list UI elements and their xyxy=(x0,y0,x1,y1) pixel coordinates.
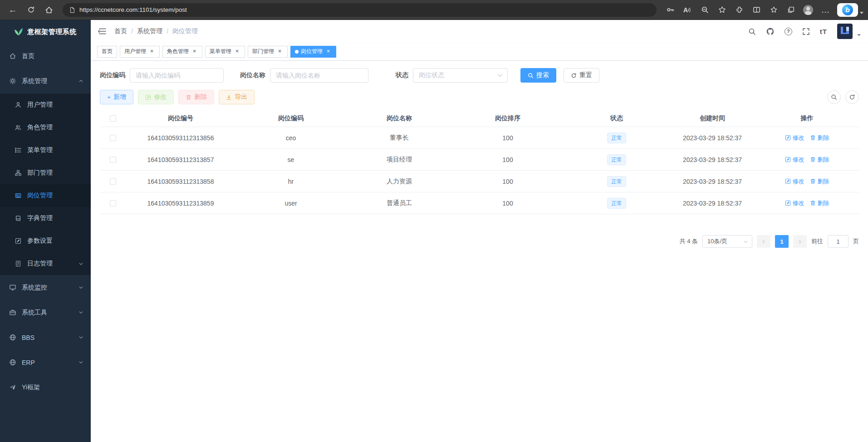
row-checkbox[interactable] xyxy=(110,135,116,141)
table-row: 1641030593112313856 ceo 董事长 100 正常 2023-… xyxy=(100,127,859,149)
favorites-bar-icon[interactable] xyxy=(765,2,782,18)
sidebar-item-bbs[interactable]: BBS xyxy=(0,325,91,350)
password-key-icon[interactable] xyxy=(662,2,678,18)
goto-page-input[interactable] xyxy=(828,235,848,248)
close-icon[interactable]: × xyxy=(191,48,198,55)
header-post-code: 岗位编码 xyxy=(235,114,347,123)
zoom-out-icon[interactable] xyxy=(696,2,713,18)
row-delete-link[interactable]: 删除 xyxy=(810,134,829,142)
extensions-icon[interactable] xyxy=(731,2,747,18)
row-edit-link[interactable]: 修改 xyxy=(785,177,804,186)
text-size-icon[interactable]: tT xyxy=(820,28,827,35)
favorite-add-icon[interactable] xyxy=(714,2,730,18)
row-checkbox[interactable] xyxy=(110,157,116,163)
close-icon[interactable]: × xyxy=(148,48,155,55)
delete-button[interactable]: 删除 xyxy=(178,90,214,104)
row-delete-link[interactable]: 删除 xyxy=(810,156,829,164)
page-size-select[interactable]: 10条/页 xyxy=(702,235,752,248)
sidebar-item-tools[interactable]: 系统工具 xyxy=(0,300,91,325)
row-delete-link[interactable]: 删除 xyxy=(810,177,829,186)
split-screen-icon[interactable] xyxy=(748,2,765,18)
close-icon[interactable]: × xyxy=(234,48,240,55)
chevron-down-icon xyxy=(78,261,83,266)
row-edit-link[interactable]: 修改 xyxy=(785,156,804,164)
sidebar-collapse-icon[interactable] xyxy=(98,27,107,36)
prev-page-button[interactable]: ‹ xyxy=(757,235,770,248)
sidebar-item-posts[interactable]: 岗位管理 xyxy=(0,184,91,207)
leaf-logo-icon xyxy=(14,27,23,36)
trash-icon xyxy=(186,94,191,100)
status-select[interactable]: 岗位状态 xyxy=(413,68,508,83)
row-edit-link[interactable]: 修改 xyxy=(785,199,804,207)
refresh-table-icon[interactable] xyxy=(845,90,859,104)
chevron-down-icon xyxy=(78,310,83,315)
read-aloud-icon[interactable]: A xyxy=(679,2,696,18)
header-status: 状态 xyxy=(564,114,670,123)
row-edit-link[interactable]: 修改 xyxy=(785,134,804,142)
sidebar-item-system[interactable]: 系统管理 xyxy=(0,69,91,93)
reset-button[interactable]: 重置 xyxy=(564,68,599,83)
table-row: 1641030593112313859 user 普通员工 100 正常 202… xyxy=(100,192,859,214)
browser-menu-icon[interactable]: … xyxy=(817,2,834,18)
sidebar-item-erp[interactable]: ERP xyxy=(0,350,91,375)
sidebar-item-logs[interactable]: 日志管理 xyxy=(0,252,91,275)
copilot-dropdown-caret[interactable] xyxy=(860,12,863,14)
header-post-sort: 岗位排序 xyxy=(452,114,564,123)
cell-post-name: 董事长 xyxy=(347,134,452,142)
sidebar-item-home[interactable]: 首页 xyxy=(0,44,91,69)
tab-role-management[interactable]: 角色管理 × xyxy=(162,46,202,58)
profile-avatar-icon[interactable] xyxy=(800,2,816,18)
edit-icon xyxy=(785,178,791,184)
sidebar-item-menus[interactable]: 菜单管理 xyxy=(0,139,91,162)
sidebar-item-parameters[interactable]: 参数设置 xyxy=(0,230,91,252)
post-name-input[interactable] xyxy=(270,68,368,83)
sidebar-item-monitoring[interactable]: 系统监控 xyxy=(0,275,91,300)
post-code-input[interactable] xyxy=(130,68,224,83)
row-checkbox[interactable] xyxy=(110,178,116,185)
row-delete-link[interactable]: 删除 xyxy=(810,199,829,207)
browser-back-icon[interactable]: ← xyxy=(5,2,21,18)
fullscreen-icon[interactable] xyxy=(802,28,810,35)
sidebar-item-departments[interactable]: 部门管理 xyxy=(0,162,91,184)
sidebar-item-roles[interactable]: 角色管理 xyxy=(0,116,91,139)
breadcrumb-system[interactable]: 系统管理 xyxy=(137,27,162,35)
pagination-total: 共 4 条 xyxy=(680,237,698,246)
avatar-dropdown-caret[interactable] xyxy=(857,34,861,36)
select-all-checkbox[interactable] xyxy=(110,115,116,122)
add-button[interactable]: + 新增 xyxy=(100,90,133,104)
table-header-row: 岗位编号 岗位编码 岗位名称 岗位排序 状态 创建时间 操作 xyxy=(100,110,859,127)
breadcrumb-home[interactable]: 首页 xyxy=(114,27,127,35)
cell-post-sort: 100 xyxy=(452,156,564,163)
tab-home[interactable]: 首页 xyxy=(97,46,117,58)
page-1-button[interactable]: 1 xyxy=(775,235,789,248)
row-checkbox[interactable] xyxy=(110,200,116,206)
close-icon[interactable]: × xyxy=(276,48,283,55)
goto-label: 前往 xyxy=(811,237,823,246)
id-badge-icon xyxy=(15,192,22,199)
collections-icon[interactable] xyxy=(783,2,799,18)
edit-icon xyxy=(145,94,151,100)
edit-button[interactable]: 修改 xyxy=(138,90,174,104)
sidebar-item-dictionary[interactable]: 字典管理 xyxy=(0,207,91,230)
header-search-icon[interactable] xyxy=(748,28,756,35)
help-icon[interactable]: ? xyxy=(785,28,792,35)
github-icon[interactable] xyxy=(766,27,775,36)
tab-user-management[interactable]: 用户管理 × xyxy=(120,46,160,58)
address-bar[interactable]: https://ccnetcore.com:1101/system/post xyxy=(63,3,657,17)
browser-refresh-icon[interactable] xyxy=(23,2,39,18)
tab-menu-management[interactable]: 菜单管理 × xyxy=(205,46,245,58)
browser-home-icon[interactable] xyxy=(41,2,57,18)
search-button[interactable]: 搜索 xyxy=(520,68,556,83)
sidebar-item-users[interactable]: 用户管理 xyxy=(0,93,91,116)
toggle-search-icon[interactable] xyxy=(827,90,841,104)
next-page-button[interactable]: › xyxy=(793,235,807,248)
tab-department-management[interactable]: 部门管理 × xyxy=(248,46,288,58)
export-button[interactable]: 导出 xyxy=(219,90,255,104)
cell-post-code: user xyxy=(235,200,347,207)
user-avatar[interactable] xyxy=(837,24,853,39)
close-icon[interactable]: × xyxy=(325,48,332,55)
tab-post-management[interactable]: 岗位管理 × xyxy=(290,46,336,58)
header-actions: 操作 xyxy=(755,114,859,123)
copilot-icon[interactable]: b xyxy=(837,3,858,17)
sidebar-item-yi-framework[interactable]: Yi框架 xyxy=(0,375,91,400)
